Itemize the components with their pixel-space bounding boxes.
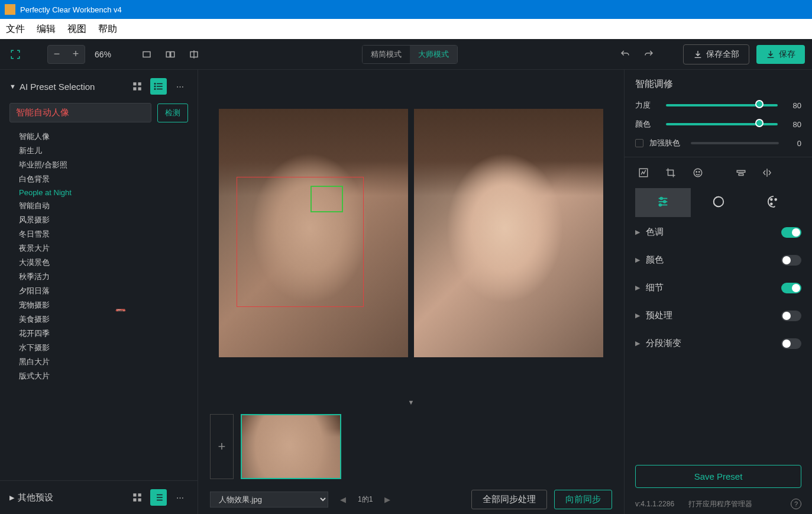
sync-all-button[interactable]: 全部同步处理 <box>471 490 547 509</box>
svg-rect-8 <box>138 88 141 90</box>
slider-value: 80 <box>785 101 801 110</box>
list-view-icon[interactable] <box>150 78 167 95</box>
menu-edit[interactable]: 编辑 <box>37 23 56 35</box>
eye-detection-box <box>310 186 343 212</box>
titlebar: Perfectly Clear Workbench v4 <box>0 0 812 19</box>
preset-item[interactable]: 冬日雪景 <box>19 227 188 241</box>
rotate-icon[interactable] <box>785 164 801 181</box>
grid-view-icon-2[interactable] <box>129 489 145 506</box>
sync-current-button[interactable]: 向前同步 <box>554 490 612 509</box>
zoom-out-button[interactable]: − <box>49 47 64 62</box>
accordion-item[interactable]: ▶ 细节 <box>625 274 812 302</box>
other-presets-title[interactable]: ▶ 其他预设 <box>9 492 53 503</box>
mode-master[interactable]: 大师模式 <box>410 46 457 63</box>
save-all-button[interactable]: 保存全部 <box>683 44 749 64</box>
preset-item[interactable]: 毕业照/合影照 <box>19 158 188 172</box>
enhance-skin-label: 加强肤色 <box>649 138 685 148</box>
next-page-icon[interactable]: ▶ <box>384 495 390 504</box>
thumbnail[interactable] <box>241 414 341 479</box>
slider[interactable] <box>666 104 778 106</box>
preset-item[interactable]: 花开四季 <box>19 326 188 341</box>
crop-icon[interactable] <box>662 164 679 181</box>
list-view-icon-2[interactable] <box>150 489 167 506</box>
mode-simple[interactable]: 精简模式 <box>363 46 410 63</box>
chevron-right-icon: ▶ <box>635 340 640 347</box>
preset-item[interactable]: 大漠景色 <box>19 256 188 270</box>
preset-item[interactable]: 风景摄影 <box>19 213 188 227</box>
toggle-switch[interactable] <box>781 338 801 349</box>
svg-text:LPOREID.COM: LPOREID.COM <box>119 311 122 312</box>
svg-rect-6 <box>138 82 141 85</box>
preset-item[interactable]: 版式大片 <box>19 369 188 383</box>
add-image-button[interactable]: + <box>210 414 234 479</box>
preset-item[interactable]: 美食摄影 <box>19 312 188 326</box>
menu-help[interactable]: 帮助 <box>98 23 117 35</box>
menu-file[interactable]: 文件 <box>6 23 25 35</box>
more-icon-2[interactable]: ⋯ <box>172 489 188 506</box>
tab-adjust[interactable] <box>635 188 691 217</box>
histogram-icon[interactable] <box>635 164 652 181</box>
detect-button[interactable]: 检测 <box>157 104 188 122</box>
more-icon[interactable]: ⋯ <box>172 78 188 95</box>
aspect-icon[interactable] <box>733 164 749 181</box>
preset-item[interactable]: People at Night <box>19 186 188 199</box>
fit-screen-icon[interactable] <box>7 46 24 63</box>
open-manager-link[interactable]: 打开应用程序管理器 <box>688 499 752 509</box>
adjust-tabs <box>635 188 801 217</box>
left-panel: ▼ AI Preset Selection ⋯ 智能自动人像 检测 智能人像新生… <box>0 70 198 514</box>
redo-icon[interactable] <box>640 46 657 63</box>
compare-view-icon[interactable] <box>186 46 202 63</box>
preset-dropdown[interactable]: 智能自动人像 <box>9 103 151 122</box>
toolbar: − + 66% 精简模式 大师模式 保存全部 保存 <box>0 39 812 70</box>
prev-page-icon[interactable]: ◀ <box>340 495 346 504</box>
accordion-item[interactable]: ▶ 分段渐变 <box>625 329 812 357</box>
single-view-icon[interactable] <box>138 46 155 63</box>
tab-color[interactable] <box>746 188 801 217</box>
collapse-filmstrip-icon[interactable]: ▼ <box>198 396 624 408</box>
center-panel: ▼ + 人物效果.jpg ◀ 1的1 ▶ 全部同步处理 向前同步 <box>198 70 624 514</box>
split-view-icon[interactable] <box>162 46 179 63</box>
grid-view-icon[interactable] <box>129 78 145 95</box>
preset-item[interactable]: 夜景大片 <box>19 241 188 256</box>
accordion-label: 细节 <box>646 282 781 293</box>
before-image[interactable] <box>219 109 408 357</box>
preset-item[interactable]: 水下摄影 <box>19 341 188 355</box>
bottom-bar: 人物效果.jpg ◀ 1的1 ▶ 全部同步处理 向前同步 <box>198 485 624 514</box>
after-image[interactable] <box>414 109 603 357</box>
enhance-skin-checkbox[interactable] <box>635 139 643 147</box>
preset-item[interactable]: 智能人像 <box>19 130 188 144</box>
svg-rect-1 <box>166 51 170 57</box>
accordion-item[interactable]: ▶ 预处理 <box>625 302 812 329</box>
preset-item[interactable]: 宠物摄影 <box>19 298 188 312</box>
mirror-icon[interactable] <box>759 164 775 181</box>
preset-item[interactable]: 黑白大片 <box>19 355 188 369</box>
help-icon[interactable]: ? <box>791 499 801 509</box>
filename-dropdown[interactable]: 人物效果.jpg <box>210 492 328 507</box>
enhance-skin-slider[interactable] <box>691 142 779 144</box>
toggle-switch[interactable] <box>781 283 801 293</box>
zoom-in-button[interactable]: + <box>68 47 83 62</box>
preset-item[interactable]: 智能自动 <box>19 199 188 213</box>
preset-item[interactable]: 夕阳日落 <box>19 284 188 298</box>
face-icon[interactable] <box>690 164 706 181</box>
chevron-right-icon: ▶ <box>635 312 640 319</box>
tab-effects[interactable] <box>691 188 746 217</box>
save-button[interactable]: 保存 <box>756 45 805 64</box>
preset-item[interactable]: 新生儿 <box>19 144 188 158</box>
toggle-switch[interactable] <box>781 311 801 321</box>
preset-item[interactable]: 白色背景 <box>19 172 188 186</box>
save-preset-button[interactable]: Save Preset <box>635 465 801 488</box>
right-panel: 智能调修 力度 80颜色 80 加强肤色 0 <box>624 70 812 514</box>
accordion-item[interactable]: ▶ 颜色 <box>625 246 812 274</box>
accordion-item[interactable]: ▶ 色调 <box>625 218 812 246</box>
toggle-switch[interactable] <box>781 227 801 238</box>
version-label: v:4.1.1.2286 <box>635 500 674 508</box>
preset-item[interactable]: 秋季活力 <box>19 270 188 284</box>
svg-point-12 <box>154 83 156 85</box>
menu-view[interactable]: 视图 <box>67 23 86 35</box>
slider-value: 80 <box>785 120 801 129</box>
toggle-switch[interactable] <box>781 255 801 266</box>
slider[interactable] <box>666 123 778 125</box>
undo-icon[interactable] <box>617 46 633 63</box>
smart-adjust-title: 智能调修 <box>635 78 801 90</box>
